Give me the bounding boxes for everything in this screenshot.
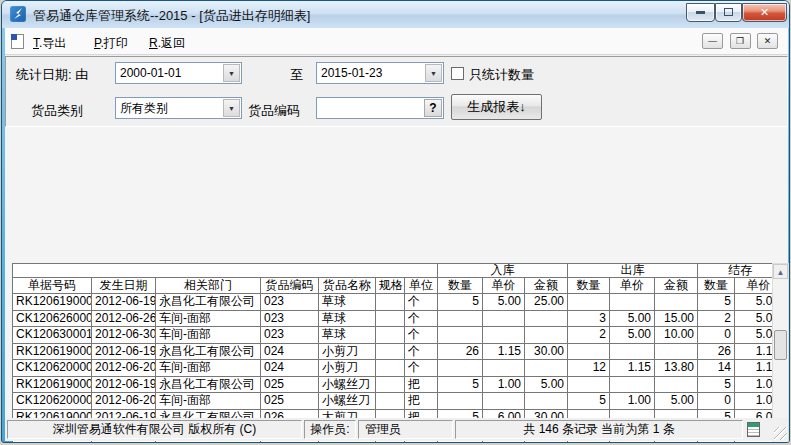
category-combobox[interactable]: 所有类别 ▼ bbox=[115, 97, 242, 119]
table-row[interactable]: CK12062600092012-06-26车间-面部023草球个35.0015… bbox=[13, 310, 773, 327]
grid-cell: 2012-06-19 bbox=[92, 376, 156, 393]
grid-cell: 1.15 bbox=[610, 360, 655, 377]
date-from-combobox[interactable]: 2000-01-01 ▼ bbox=[115, 62, 242, 84]
grid-cell: 小剪刀 bbox=[319, 343, 376, 360]
grid-cell bbox=[376, 393, 405, 410]
mdi-restore-button[interactable]: ❐ bbox=[730, 33, 751, 49]
grid-cell: 小剪刀 bbox=[319, 360, 376, 377]
mdi-minimize-button[interactable]: — bbox=[702, 33, 723, 49]
close-button[interactable]: ✕ bbox=[742, 3, 787, 22]
grid-mini-icon bbox=[747, 422, 760, 437]
date-from-value: 2000-01-01 bbox=[120, 66, 181, 80]
grid-cell: 个 bbox=[405, 327, 438, 344]
grid-cell: CK1206200006 bbox=[13, 360, 92, 377]
date-to-combobox[interactable]: 2015-01-23 ▼ bbox=[316, 62, 444, 84]
grid-cell: 2012-06-26 bbox=[92, 310, 156, 327]
grid-cell: 小螺丝刀 bbox=[319, 393, 376, 410]
grid-cell: 个 bbox=[405, 343, 438, 360]
grid-cell: 1.00 bbox=[483, 376, 525, 393]
grid-cell: 5 bbox=[568, 393, 610, 410]
grid-cell: 2012-06-19 bbox=[92, 442, 156, 443]
report-grid: 入库 出库 结存 单据号码发生日期相关部门货品编码货品名称规格单位数量单价金额数… bbox=[12, 263, 772, 443]
table-row[interactable]: CK12062000062012-06-20车间-面部025小螺丝刀把51.00… bbox=[13, 393, 773, 410]
item-code-label: 货品编码 bbox=[248, 102, 300, 120]
grid-cell: RK1206190005 bbox=[13, 343, 92, 360]
grid-cell bbox=[568, 294, 610, 311]
grid-cell: 5 bbox=[438, 294, 483, 311]
grid-cell: 023 bbox=[261, 294, 319, 311]
grid-cell: 8 bbox=[698, 442, 735, 443]
grid-cell bbox=[483, 327, 525, 344]
table-row[interactable]: RK12061900052012-06-19永昌化工有限公司024小剪刀个261… bbox=[13, 343, 773, 360]
chevron-down-icon[interactable]: ▼ bbox=[223, 99, 240, 117]
vertical-scroll-thumb[interactable] bbox=[774, 330, 787, 360]
table-row[interactable]: RK12061900052012-06-19永昌化工有限公司027白板块818.… bbox=[13, 442, 773, 443]
maximize-icon bbox=[724, 8, 733, 16]
column-header: 发生日期 bbox=[92, 278, 156, 294]
grid-cell: 2 bbox=[568, 327, 610, 344]
table-row[interactable]: RK12061900052012-06-19永昌化工有限公司023草球个55.0… bbox=[13, 294, 773, 311]
column-header: 金额 bbox=[655, 278, 698, 294]
mdi-close-button[interactable]: ✕ bbox=[757, 33, 778, 49]
item-code-input[interactable]: ? bbox=[316, 97, 444, 119]
table-row[interactable]: RK12061900052012-06-19永昌化工有限公司025小螺丝刀把51… bbox=[13, 376, 773, 393]
column-header: 数量 bbox=[568, 278, 610, 294]
grid-cell: 2012-06-20 bbox=[92, 393, 156, 410]
group-header-out: 出库 bbox=[568, 264, 698, 278]
grid-cell: 个 bbox=[405, 360, 438, 377]
grid-cell: 1.00 bbox=[610, 393, 655, 410]
grid-cell: 18.00 bbox=[483, 442, 525, 443]
column-header: 单价 bbox=[735, 278, 772, 294]
grid-cell: 车间-面部 bbox=[156, 393, 261, 410]
menu-print[interactable]: P.打印 bbox=[88, 33, 134, 54]
grid-cell: 025 bbox=[261, 393, 319, 410]
menu-return[interactable]: R.返回 bbox=[143, 33, 191, 54]
grid-cell bbox=[568, 376, 610, 393]
chevron-down-icon[interactable]: ▼ bbox=[223, 64, 240, 82]
table-row[interactable]: CK12063000162012-06-30车间-面部023草球个25.0010… bbox=[13, 327, 773, 344]
close-icon: ✕ bbox=[760, 6, 769, 18]
grid-cell bbox=[438, 360, 483, 377]
maximize-button[interactable] bbox=[715, 3, 742, 22]
table-row[interactable]: CK12062000062012-06-20车间-面部024小剪刀个121.15… bbox=[13, 360, 773, 377]
grid-cell: 5.00 bbox=[735, 327, 772, 344]
grid-cell: 2012-06-19 bbox=[92, 294, 156, 311]
grid-cell bbox=[483, 393, 525, 410]
chevron-down-icon[interactable]: ▼ bbox=[425, 64, 442, 82]
menu-export[interactable]: T.导出 bbox=[27, 33, 72, 54]
minimize-button[interactable] bbox=[686, 3, 715, 22]
grid-cell: CK1206200006 bbox=[13, 393, 92, 410]
operator-value: 管理员 bbox=[358, 420, 453, 439]
grid-cell: 8 bbox=[438, 442, 483, 443]
window-title: 管易通仓库管理系统--2015 - [货品进出存明细表] bbox=[33, 7, 310, 25]
column-header: 相关部门 bbox=[156, 278, 261, 294]
qty-only-checkbox[interactable] bbox=[451, 67, 464, 80]
generate-report-button[interactable]: 生成报表↓ bbox=[451, 94, 542, 120]
minimize-icon bbox=[696, 11, 705, 14]
grid-cell: 车间-面部 bbox=[156, 310, 261, 327]
status-bar: 深圳管易通软件有限公司 版权所有 (C) 操作员: 管理员 共 146 条记录 … bbox=[5, 418, 788, 441]
column-header: 规格 bbox=[376, 278, 405, 294]
grid-cell: 草球 bbox=[319, 310, 376, 327]
group-header-in: 入库 bbox=[438, 264, 568, 278]
resize-grip[interactable] bbox=[774, 427, 787, 440]
app-window: 管易通仓库管理系统--2015 - [货品进出存明细表] ✕ T.导出 P.打印… bbox=[1, 0, 790, 443]
grid-cell: 把 bbox=[405, 393, 438, 410]
grid-cell: 草球 bbox=[319, 327, 376, 344]
grid-cell bbox=[483, 360, 525, 377]
vertical-scrollbar[interactable]: ▲ ▼ bbox=[772, 263, 789, 443]
grid-cell: 5.00 bbox=[735, 310, 772, 327]
grid-cell bbox=[525, 310, 568, 327]
grid-cell: 2012-06-20 bbox=[92, 360, 156, 377]
lookup-button[interactable]: ? bbox=[424, 99, 442, 117]
group-header-blank bbox=[13, 264, 438, 278]
grid-cell bbox=[655, 294, 698, 311]
column-header: 单位 bbox=[405, 278, 438, 294]
column-header: 金额 bbox=[525, 278, 568, 294]
grid-cell: 30.00 bbox=[525, 343, 568, 360]
grid-cell: 1.15 bbox=[735, 343, 772, 360]
grid-cell: 25.00 bbox=[525, 294, 568, 311]
scroll-up-icon[interactable]: ▲ bbox=[773, 264, 788, 279]
grid-cell: 车间-面部 bbox=[156, 327, 261, 344]
grid-cell bbox=[376, 294, 405, 311]
